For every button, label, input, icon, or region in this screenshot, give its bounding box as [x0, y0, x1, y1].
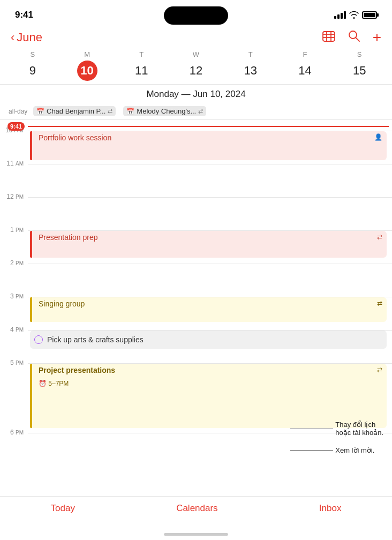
- current-time-line: [28, 126, 389, 127]
- all-day-row: all-day 📅 Chad Benjamin P... ⇄ 📅 Melody …: [0, 103, 392, 120]
- time-label: 4 PM: [0, 326, 28, 333]
- event-sync-icon: ⇄: [377, 233, 382, 241]
- dynamic-island: [164, 6, 228, 25]
- event-sync-icon: ⇄: [377, 299, 382, 307]
- timeline: 9:41 10 AM Portfolio work session 👤 11 A…: [0, 120, 392, 462]
- day-col-sun[interactable]: S 9: [5, 50, 60, 81]
- day-col-fri[interactable]: F 14: [278, 50, 333, 81]
- day-number: 11: [131, 61, 152, 81]
- time-area[interactable]: [28, 433, 392, 462]
- header-icons: +: [322, 30, 381, 45]
- day-number: 9: [22, 61, 43, 81]
- time-area[interactable]: [28, 164, 392, 197]
- calendar-header: ‹ June +: [0, 27, 392, 50]
- tab-inbox[interactable]: Inbox: [319, 503, 342, 514]
- event-portfolio[interactable]: Portfolio work session 👤: [30, 131, 387, 160]
- day-col-mon[interactable]: M 10: [60, 50, 115, 81]
- time-area[interactable]: Pick up arts & crafts supplies: [28, 330, 392, 363]
- event-sync-icon: ⇄: [377, 366, 382, 373]
- add-event-icon[interactable]: +: [373, 30, 381, 45]
- time-slot-4pm: 4 PM Pick up arts & crafts supplies: [0, 330, 392, 363]
- all-day-label: all-day: [9, 108, 29, 115]
- day-number: 15: [349, 61, 370, 81]
- event-title: Presentation prep: [39, 233, 98, 242]
- signal-icon: [334, 11, 346, 19]
- task-pickup[interactable]: Pick up arts & crafts supplies: [30, 331, 387, 349]
- current-time-badge: 9:41: [7, 122, 25, 131]
- event-project[interactable]: Project presentations ⇄ ⏰ 5–7PM: [30, 364, 387, 428]
- time-slot-6pm: 6 PM: [0, 433, 392, 462]
- tab-today[interactable]: Today: [51, 503, 75, 514]
- day-letter: M: [84, 50, 90, 58]
- tab-calendars[interactable]: Calendars: [176, 503, 218, 514]
- time-slot-5pm: 5 PM Project presentations ⇄ ⏰ 5–7PM: [0, 363, 392, 433]
- time-label: 3 PM: [0, 292, 28, 300]
- day-col-thu[interactable]: T 13: [223, 50, 278, 81]
- all-day-event-text: Melody Cheung's...: [137, 107, 196, 115]
- time-label: 12 PM: [0, 193, 28, 200]
- all-day-event-text: Chad Benjamin P...: [47, 107, 105, 115]
- time-area[interactable]: [28, 197, 392, 230]
- all-day-event-melody[interactable]: 📅 Melody Cheung's... ⇄: [123, 106, 206, 116]
- all-day-event-chad[interactable]: 📅 Chad Benjamin P... ⇄: [33, 106, 116, 116]
- day-letter: W: [193, 50, 199, 58]
- task-title: Pick up arts & crafts supplies: [47, 335, 144, 344]
- day-col-sat[interactable]: S 15: [332, 50, 387, 81]
- calendar-icon: 📅: [126, 108, 134, 115]
- event-subtitle: ⏰ 5–7PM: [39, 380, 69, 387]
- day-number: 13: [240, 61, 261, 81]
- svg-line-6: [356, 38, 359, 42]
- event-title: Project presentations: [39, 366, 115, 374]
- event-title: Singing group: [39, 299, 85, 308]
- day-letter: S: [31, 50, 35, 58]
- day-letter: T: [139, 50, 144, 58]
- sync-icon: ⇄: [108, 108, 112, 115]
- month-title: June: [17, 31, 42, 44]
- day-number-today: 10: [77, 61, 97, 81]
- event-title: Portfolio work session: [39, 133, 111, 142]
- time-area[interactable]: [28, 264, 392, 297]
- chevron-left-icon: ‹: [11, 31, 14, 44]
- time-area[interactable]: Singing group ⇄: [28, 297, 392, 330]
- sync-icon: ⇄: [198, 108, 203, 115]
- time-label: 2 PM: [0, 259, 28, 267]
- event-sync-icon: 👤: [374, 133, 382, 141]
- current-time-indicator: 9:41: [0, 122, 392, 131]
- search-icon[interactable]: [348, 30, 360, 45]
- back-month-button[interactable]: ‹ June: [11, 31, 42, 44]
- wifi-icon: [349, 11, 359, 19]
- time-slot-3pm: 3 PM Singing group ⇄: [0, 297, 392, 330]
- time-label: 5 PM: [0, 359, 28, 366]
- status-icons: [334, 11, 377, 19]
- day-col-tue[interactable]: T 11: [114, 50, 169, 81]
- time-label: 1 PM: [0, 226, 28, 234]
- day-number: 12: [186, 61, 206, 81]
- time-area[interactable]: Presentation prep ⇄: [28, 230, 392, 264]
- status-time: 9:41: [15, 10, 33, 20]
- week-days-header: S 9 M 10 T 11 W 12 T 13 F 14 S 15: [0, 50, 392, 81]
- time-area[interactable]: Project presentations ⇄ ⏰ 5–7PM: [28, 363, 392, 433]
- day-letter: F: [303, 50, 307, 58]
- time-label: 11 AM: [0, 160, 28, 167]
- date-heading: Monday — Jun 10, 2024: [0, 84, 392, 103]
- day-col-wed[interactable]: W 12: [169, 50, 223, 81]
- event-presentation[interactable]: Presentation prep ⇄: [30, 231, 387, 258]
- time-slot-10am: 10 AM Portfolio work session 👤: [0, 131, 392, 164]
- time-slot-11am: 11 AM: [0, 164, 392, 197]
- status-bar: 9:41: [0, 0, 392, 27]
- task-circle-icon: [34, 335, 43, 344]
- time-slot-12pm: 12 PM: [0, 197, 392, 230]
- day-letter: T: [248, 50, 253, 58]
- time-label: 6 PM: [0, 429, 28, 436]
- time-area[interactable]: Portfolio work session 👤: [28, 131, 392, 164]
- svg-rect-0: [323, 32, 335, 41]
- event-singing[interactable]: Singing group ⇄: [30, 297, 387, 322]
- day-letter: S: [357, 50, 362, 58]
- calendar-view-icon[interactable]: [322, 30, 335, 45]
- day-number: 14: [295, 61, 315, 81]
- calendar-icon: 📅: [36, 108, 44, 115]
- battery-icon: [362, 11, 377, 19]
- time-slot-2pm: 2 PM: [0, 264, 392, 297]
- time-slot-1pm: 1 PM Presentation prep ⇄: [0, 230, 392, 264]
- home-indicator: [164, 533, 228, 536]
